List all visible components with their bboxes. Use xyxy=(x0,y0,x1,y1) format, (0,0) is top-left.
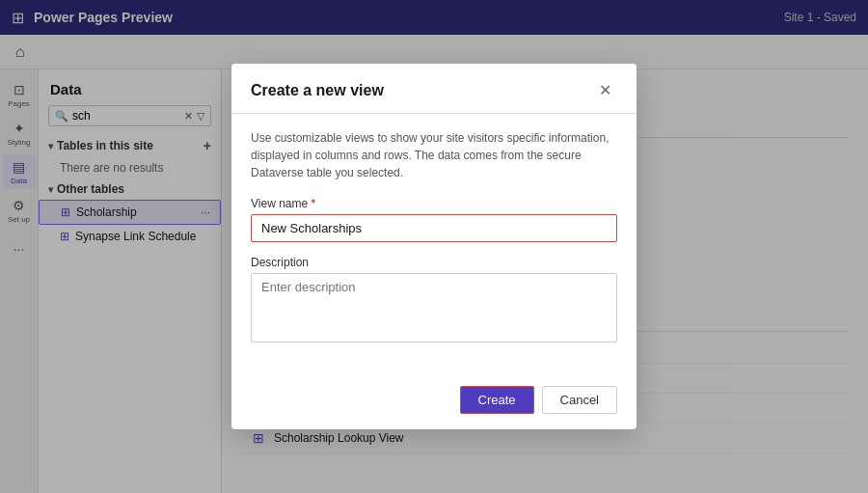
dialog-description: Use customizable views to show your site… xyxy=(251,129,617,181)
dialog-body: Use customizable views to show your site… xyxy=(231,114,637,374)
view-name-group: View name * xyxy=(251,197,617,242)
description-group: Description xyxy=(251,256,617,345)
required-marker: * xyxy=(312,197,316,210)
dialog-footer: Create Cancel xyxy=(231,374,637,429)
dialog-overlay: Create a new view ✕ Use customizable vie… xyxy=(0,0,868,493)
view-name-label: View name * xyxy=(251,197,617,210)
dialog-header: Create a new view ✕ xyxy=(231,64,637,114)
dialog-close-button[interactable]: ✕ xyxy=(593,79,617,101)
create-button[interactable]: Create xyxy=(460,386,534,414)
description-input[interactable] xyxy=(251,273,617,342)
description-label: Description xyxy=(251,256,617,269)
dialog-title: Create a new view xyxy=(251,82,384,99)
view-name-input[interactable] xyxy=(251,214,617,242)
create-view-dialog: Create a new view ✕ Use customizable vie… xyxy=(231,64,637,429)
cancel-button[interactable]: Cancel xyxy=(542,386,617,414)
